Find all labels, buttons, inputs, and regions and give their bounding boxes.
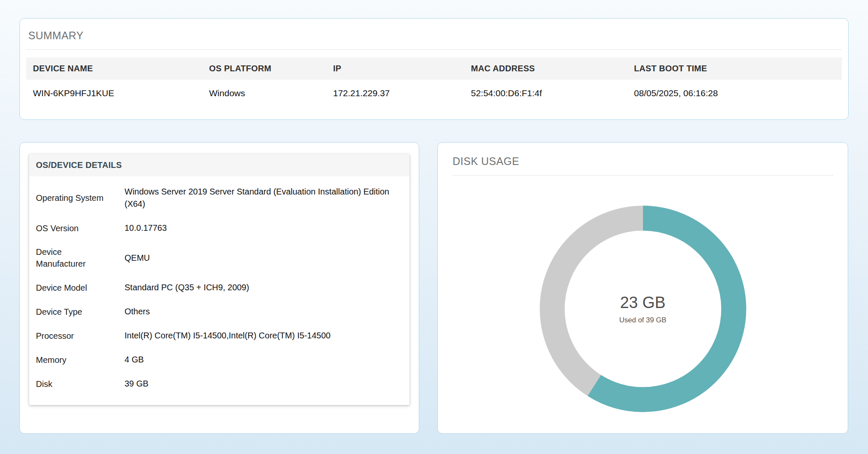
os-device-details-title: OS/DEVICE DETAILS xyxy=(29,154,410,176)
detail-value: Windows Server 2019 Server Standard (Eva… xyxy=(125,186,403,210)
cell-last-boot-time: 08/05/2025, 06:16:28 xyxy=(627,80,842,107)
bottom-row: OS/DEVICE DETAILS Operating System Windo… xyxy=(19,142,849,434)
detail-label: Memory xyxy=(36,354,108,366)
summary-title: SUMMARY xyxy=(26,30,842,42)
detail-value: 4 GB xyxy=(125,354,403,366)
detail-value: QEMU xyxy=(125,252,403,264)
summary-table: DEVICE NAME OS PLATFORM IP MAC ADDRESS L… xyxy=(26,57,842,107)
summary-header-row: DEVICE NAME OS PLATFORM IP MAC ADDRESS L… xyxy=(26,57,842,80)
detail-row-processor: Processor Intel(R) Core(TM) I5-14500,Int… xyxy=(36,324,403,348)
disk-usage-divider xyxy=(453,175,833,176)
detail-row-device-type: Device Type Others xyxy=(36,300,403,324)
detail-row-disk: Disk 39 GB xyxy=(36,372,403,396)
detail-row-operating-system: Operating System Windows Server 2019 Ser… xyxy=(36,180,403,216)
table-row: WIN-6KP9HFJ1KUE Windows 172.21.229.37 52… xyxy=(26,80,842,107)
cell-device-name: WIN-6KP9HFJ1KUE xyxy=(26,80,202,107)
detail-row-device-model: Device Model Standard PC (Q35 + ICH9, 20… xyxy=(36,276,403,300)
os-device-details-panel: OS/DEVICE DETAILS Operating System Windo… xyxy=(29,154,410,405)
cell-mac-address: 52:54:00:D6:F1:4f xyxy=(464,80,627,107)
detail-label: Disk xyxy=(36,378,108,390)
disk-usage-card: DISK USAGE 23 GB Used of 39 GB xyxy=(437,142,848,434)
detail-value: Standard PC (Q35 + ICH9, 2009) xyxy=(125,281,403,294)
col-header-device-name: DEVICE NAME xyxy=(26,57,202,80)
col-header-ip: IP xyxy=(326,57,464,80)
detail-value: 10.0.17763 xyxy=(125,222,403,234)
detail-label: Processor xyxy=(36,330,108,342)
detail-label: Device Type xyxy=(36,306,108,318)
os-device-details-body: Operating System Windows Server 2019 Ser… xyxy=(29,176,410,405)
col-header-mac-address: MAC ADDRESS xyxy=(464,57,627,80)
detail-value: Others xyxy=(125,305,403,318)
summary-divider xyxy=(26,49,842,50)
detail-label: Operating System xyxy=(36,192,108,204)
detail-row-device-manufacturer: Device Manufacturer QEMU xyxy=(36,240,403,276)
col-header-os-platform: OS PLATFORM xyxy=(202,57,326,80)
disk-usage-donut-chart: 23 GB Used of 39 GB xyxy=(537,203,749,414)
cell-ip: 172.21.229.37 xyxy=(326,80,464,107)
summary-card: SUMMARY DEVICE NAME OS PLATFORM IP MAC A… xyxy=(19,18,849,120)
disk-usage-title: DISK USAGE xyxy=(453,155,833,168)
cell-os-platform: Windows xyxy=(202,80,326,107)
detail-label: Device Manufacturer xyxy=(36,246,108,270)
col-header-last-boot-time: LAST BOOT TIME xyxy=(627,57,842,80)
donut-svg xyxy=(537,203,749,414)
detail-value: Intel(R) Core(TM) I5-14500,Intel(R) Core… xyxy=(125,330,403,342)
detail-row-memory: Memory 4 GB xyxy=(36,348,403,372)
os-device-details-card: OS/DEVICE DETAILS Operating System Windo… xyxy=(19,142,419,434)
detail-value: 39 GB xyxy=(125,378,403,390)
detail-row-os-version: OS Version 10.0.17763 xyxy=(36,216,403,240)
detail-label: OS Version xyxy=(36,222,108,234)
detail-label: Device Model xyxy=(36,282,108,294)
